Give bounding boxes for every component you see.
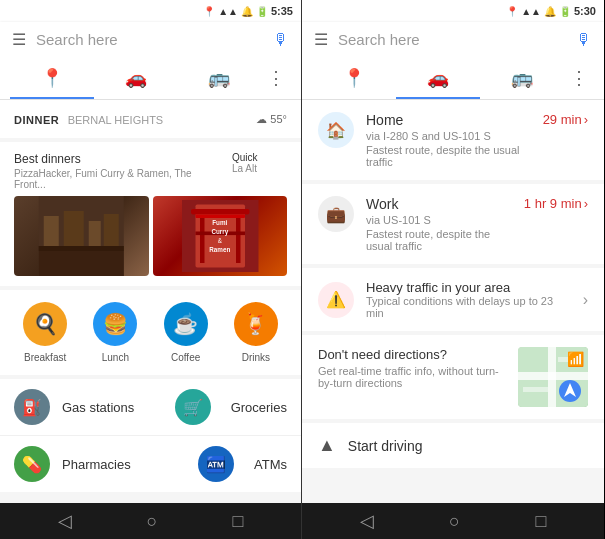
dinner-weather: ☁ 55° — [256, 113, 287, 126]
home-route-info: Home via I-280 S and US-101 S Fastest ro… — [366, 112, 531, 168]
home-route-via: via I-280 S and US-101 S — [366, 130, 531, 142]
list-items-section: ⛽ Gas stations 🛒 Groceries 💊 Pharmacies … — [0, 379, 301, 492]
battery-icon: 🔋 — [256, 6, 268, 17]
pharmacy-icon: 💊 — [22, 455, 42, 474]
traffic-alert[interactable]: ⚠️ Heavy traffic in your area Typical co… — [302, 268, 604, 331]
start-driving-item[interactable]: ▲ Start driving — [302, 423, 604, 468]
tab-transit-left[interactable]: 🚌 — [177, 57, 261, 99]
drinks-icon: 🍹 — [243, 312, 268, 336]
list-item-gas[interactable]: ⛽ Gas stations 🛒 Groceries — [0, 379, 301, 436]
coffee-icon: ☕ — [173, 312, 198, 336]
transit-tab-icon: 🚌 — [208, 67, 230, 89]
left-status-icons: 📍 ▲▲ 🔔 🔋 5:35 — [203, 5, 293, 17]
list-item-pharmacy[interactable]: 💊 Pharmacies 🏧 ATMs — [0, 436, 301, 492]
gas-label: Gas stations — [62, 400, 134, 415]
dinner-title: DINNER — [14, 114, 59, 126]
tab-transit-right[interactable]: 🚌 — [480, 57, 564, 99]
gas-icon-circle: ⛽ — [14, 389, 50, 425]
breakfast-label: Breakfast — [24, 352, 66, 363]
right-time: 5:30 — [574, 5, 596, 17]
lunch-circle: 🍔 — [93, 302, 137, 346]
back-button-left[interactable]: ◁ — [58, 510, 72, 532]
groceries-icon-circle: 🛒 — [175, 389, 211, 425]
gas-icon: ⛽ — [22, 398, 42, 417]
pharmacy-label: Pharmacies — [62, 457, 131, 472]
best-dinners-desc: PizzaHacker, Fumi Curry & Ramen, The Fro… — [14, 168, 224, 190]
map-preview: 📶 — [518, 347, 588, 407]
svg-rect-6 — [39, 246, 124, 251]
no-dir-subtitle: Get real-time traffic info, without turn… — [318, 365, 506, 389]
work-icon: 💼 — [326, 205, 346, 224]
right-mic-icon[interactable]: 🎙 — [576, 31, 592, 49]
atm-label: ATMs — [254, 457, 287, 472]
no-dir-title: Don't need directions? — [318, 347, 506, 362]
right-content: 🏠 Home via I-280 S and US-101 S Fastest … — [302, 100, 604, 503]
right-hamburger-icon[interactable]: ☰ — [314, 30, 328, 49]
svg-text:Fumi: Fumi — [212, 219, 227, 226]
home-button-right[interactable]: ○ — [449, 511, 460, 532]
svg-rect-20 — [548, 347, 556, 407]
recents-button-left[interactable]: □ — [233, 511, 244, 532]
home-route[interactable]: 🏠 Home via I-280 S and US-101 S Fastest … — [302, 100, 604, 180]
category-lunch[interactable]: 🍔 Lunch — [93, 302, 137, 363]
categories-section: 🍳 Breakfast 🍔 Lunch ☕ Coffee — [0, 290, 301, 375]
tab-location-right[interactable]: 📍 — [312, 57, 396, 99]
more-menu-left[interactable]: ⋮ — [261, 57, 291, 99]
work-route-chevron: › — [584, 196, 588, 211]
right-nav-tabs: 📍 🚗 🚌 ⋮ — [302, 57, 604, 100]
home-icon: 🏠 — [326, 121, 346, 140]
svg-rect-4 — [89, 221, 101, 246]
lunch-label: Lunch — [102, 352, 129, 363]
temperature: 55° — [270, 113, 287, 125]
category-breakfast[interactable]: 🍳 Breakfast — [23, 302, 67, 363]
hamburger-icon[interactable]: ☰ — [12, 30, 26, 49]
svg-rect-3 — [64, 211, 84, 246]
right-wifi-icon: 🔔 — [544, 6, 556, 17]
quick-label: Quick — [232, 152, 287, 163]
home-icon-circle: 🏠 — [318, 112, 354, 148]
dark-restaurant-img — [14, 196, 149, 276]
left-search-input[interactable]: Search here — [36, 31, 263, 48]
traffic-icon-circle: ⚠️ — [318, 282, 354, 318]
tab-drive-right[interactable]: 🚗 — [396, 57, 480, 99]
restaurant-image-1 — [14, 196, 149, 276]
tab-location-left[interactable]: 📍 — [10, 57, 94, 99]
signal-icon: ▲▲ — [218, 6, 238, 17]
coffee-label: Coffee — [171, 352, 200, 363]
dinner-header: DINNER BERNAL HEIGHTS ☁ 55° — [0, 100, 301, 138]
svg-rect-10 — [195, 214, 245, 218]
svg-rect-21 — [523, 387, 548, 392]
right-search-bar: ☰ Search here 🎙 — [302, 22, 604, 57]
traffic-chevron: › — [583, 291, 588, 309]
left-bottom-nav: ◁ ○ □ — [0, 503, 301, 539]
back-button-right[interactable]: ◁ — [360, 510, 374, 532]
right-bottom-nav: ◁ ○ □ — [302, 503, 604, 539]
category-coffee[interactable]: ☕ Coffee — [164, 302, 208, 363]
traffic-title: Heavy traffic in your area — [366, 280, 571, 295]
recents-button-right[interactable]: □ — [535, 511, 546, 532]
mic-icon[interactable]: 🎙 — [273, 31, 289, 49]
location-pin-icon: 📍 — [203, 6, 215, 17]
more-menu-right[interactable]: ⋮ — [564, 57, 594, 99]
svg-rect-5 — [104, 214, 119, 246]
breakfast-icon: 🍳 — [33, 312, 58, 336]
left-status-bar: 📍 ▲▲ 🔔 🔋 5:35 — [0, 0, 301, 22]
quick-section: Quick La Alt — [232, 152, 287, 174]
work-route[interactable]: 💼 Work via US-101 S Fastest route, despi… — [302, 184, 604, 264]
card-main: Best dinners PizzaHacker, Fumi Curry & R… — [14, 152, 224, 196]
restaurants-card[interactable]: Best dinners PizzaHacker, Fumi Curry & R… — [0, 142, 301, 286]
right-search-input[interactable]: Search here — [338, 31, 566, 48]
category-drinks[interactable]: 🍹 Drinks — [234, 302, 278, 363]
svg-rect-9 — [191, 209, 250, 214]
left-nav-tabs: 📍 🚗 🚌 ⋮ — [0, 57, 301, 100]
home-route-time: 29 min › — [543, 112, 588, 127]
cloud-icon: ☁ — [256, 113, 267, 126]
categories-grid: 🍳 Breakfast 🍔 Lunch ☕ Coffee — [14, 302, 287, 363]
home-button-left[interactable]: ○ — [147, 511, 158, 532]
tab-drive-left[interactable]: 🚗 — [94, 57, 178, 99]
drive-tab-icon: 🚗 — [125, 67, 147, 89]
start-driving-label: Start driving — [348, 438, 423, 454]
home-route-status: Fastest route, despite the usual traffic — [366, 144, 531, 168]
card-header-row: Best dinners PizzaHacker, Fumi Curry & R… — [14, 152, 287, 196]
left-phone: 📍 ▲▲ 🔔 🔋 5:35 ☰ Search here 🎙 📍 🚗 🚌 ⋮ DI… — [0, 0, 302, 539]
